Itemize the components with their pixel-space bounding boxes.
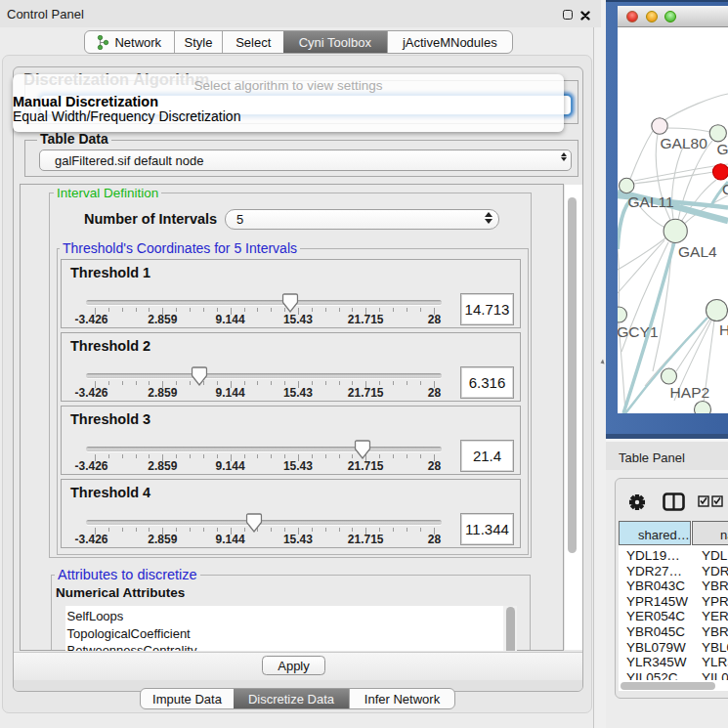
svg-text:G: G bbox=[722, 181, 728, 197]
svg-text:H: H bbox=[719, 321, 728, 338]
svg-text:HAP2: HAP2 bbox=[670, 384, 710, 401]
svg-text:GAL4: GAL4 bbox=[678, 243, 717, 260]
svg-text:GA: GA bbox=[717, 141, 728, 157]
svg-text:GCY1: GCY1 bbox=[618, 323, 659, 340]
svg-text:GAL80: GAL80 bbox=[661, 135, 708, 151]
svg-text:GAL11: GAL11 bbox=[628, 193, 674, 210]
